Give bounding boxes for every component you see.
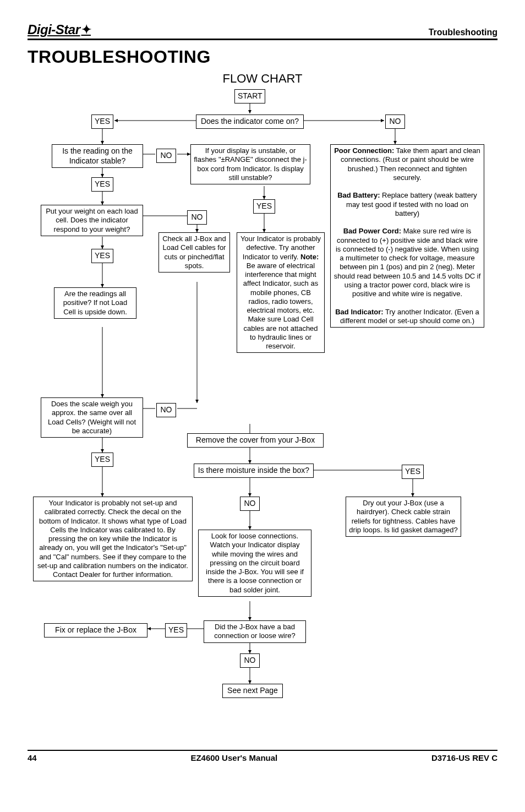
node-put-weight: Put your weight on each load cell. Does … (41, 205, 143, 236)
logo-text: Digi-Star (28, 22, 80, 37)
node-moisture: Is there moisture inside the box? (194, 464, 314, 478)
node-unstable: If your display is unstable, or flashes … (190, 144, 310, 184)
node-next-page: See next Page (222, 684, 283, 698)
node-calibrate: Your Indicator is probably not set-up an… (33, 497, 193, 581)
poor-conn-header: Poor Connection: (334, 146, 394, 155)
node-yes6: YES (402, 465, 424, 479)
node-loose-conn: Look for loose connections. Watch your I… (198, 530, 311, 597)
node-no2: NO (156, 149, 176, 163)
node-dry-jbox: Dry out your J-Box (use a hairdryer). Ch… (346, 497, 461, 537)
footer: 44 EZ4600 User's Manual D3716-US REV C (28, 750, 497, 762)
node-yes2: YES (91, 177, 113, 192)
node-no4: NO (156, 403, 176, 417)
node-yes1: YES (91, 115, 113, 129)
footer-center: EZ4600 User's Manual (190, 753, 277, 762)
page-title: TROUBLESHOOTING (28, 47, 497, 67)
flowchart-diagram: START Does the indicator come on? YES NO… (28, 89, 497, 750)
node-indicator-on: Does the indicator come on? (196, 115, 304, 129)
node-check-cables: Check all J-Box and Load Cell cables for… (158, 232, 230, 273)
star-icon: ✦ (81, 23, 91, 37)
node-reading-stable: Is the reading on the Indicator stable? (52, 144, 143, 168)
node-yes4: YES (91, 249, 113, 263)
node-yes5: YES (91, 453, 113, 467)
node-defective: Your Indicator is probably defective. Tr… (237, 232, 325, 353)
node-remove-cover: Remove the cover from your J-Box (187, 433, 324, 448)
header: Digi-Star ✦ Troubleshooting (28, 22, 497, 40)
node-no5: NO (240, 497, 260, 511)
node-bad-conn-q: Did the J-Box have a bad connection or l… (204, 620, 306, 643)
node-same-weight: Does the scale weigh you approx. the sam… (41, 397, 143, 438)
node-all-positive: Are the readings all positive? If not Lo… (54, 287, 136, 319)
node-fix-jbox: Fix or replace the J-Box (44, 623, 147, 637)
flow-chart-title: FLOW CHART (28, 72, 497, 86)
defective-rest: Be aware of electrical interference that… (243, 261, 318, 350)
page-number: 44 (28, 753, 37, 762)
bad-ind-header: Bad Indicator: (335, 308, 383, 316)
node-no6: NO (240, 653, 260, 668)
node-no1: NO (385, 115, 405, 129)
node-start: START (234, 89, 265, 103)
node-no3: NO (187, 210, 207, 225)
node-yes7: YES (165, 623, 187, 637)
bad-cord-body: Make sure red wire is connected to (+) p… (334, 227, 481, 298)
logo: Digi-Star ✦ (28, 22, 91, 37)
footer-right: D3716-US REV C (431, 753, 497, 762)
bad-cord-header: Bad Power Cord: (343, 227, 401, 235)
node-yes3: YES (253, 199, 275, 214)
section-label: Troubleshooting (429, 28, 497, 37)
node-right-diagnostics: Poor Connection: Take them apart and cle… (330, 144, 484, 328)
bad-batt-header: Bad Battery: (337, 191, 380, 199)
defective-note: Note: (300, 253, 319, 261)
